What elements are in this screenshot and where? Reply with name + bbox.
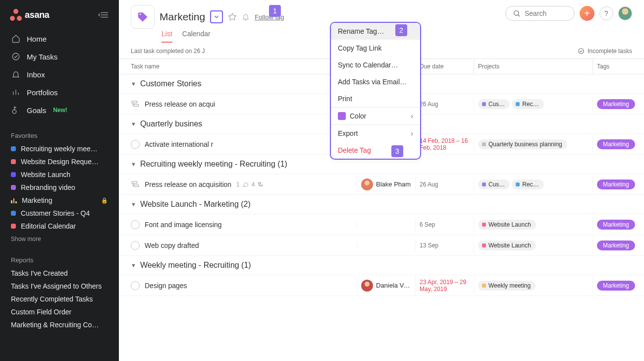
sidebar-favorite-item[interactable]: Recruiting weekly mee… [4,142,115,155]
menu-sync-calendar[interactable]: Sync to Calendar… [331,57,420,73]
project-color-dot [482,182,486,186]
task-name: Activate international r [145,140,214,148]
section-header[interactable]: ▼Website Launch - Marketing (2) [119,195,644,214]
project-pill[interactable]: Cus… [478,99,510,109]
tag-menu-button[interactable] [210,10,223,23]
show-more-link[interactable]: Show more [4,233,115,245]
chevron-right-icon: › [411,112,413,120]
task-row[interactable]: Web copy drafted13 SepWebsite LaunchMark… [119,235,644,256]
complete-checkbox[interactable] [131,140,140,149]
star-button[interactable] [228,12,237,21]
due-date: 6 Sep [415,218,474,231]
svg-rect-12 [132,101,137,103]
sidebar-nav-goals[interactable]: GoalsNew! [4,101,115,119]
report-label: Custom Field Order [11,308,108,316]
sidebar-favorite-item[interactable]: Marketing🔒 [4,194,115,207]
help-button[interactable]: ? [599,6,613,20]
svg-rect-17 [260,185,263,186]
sidebar-favorite-item[interactable]: Website Design Reque… [4,155,115,168]
project-label: Rec… [522,181,538,188]
project-pill[interactable]: Quarterly business planning [478,139,567,149]
task-name: Press release on acqui [145,100,215,108]
search-input[interactable] [525,9,564,17]
sidebar-nav-portfolios[interactable]: Portfolios [4,83,115,101]
sidebar-nav-inbox[interactable]: Inbox [4,65,115,83]
svg-point-3 [12,53,19,60]
tag-pill[interactable]: Marketing [597,220,635,230]
sidebar-favorite-item[interactable]: Rebranding video [4,181,115,194]
sidebar-nav-home[interactable]: Home [4,30,115,48]
tag-pill[interactable]: Marketing [597,281,635,291]
col-due[interactable]: Due date [415,59,474,74]
tag-pill[interactable]: Marketing [597,180,635,189]
add-button[interactable]: + [580,6,594,21]
complete-checkbox[interactable] [131,281,140,290]
section-title: Customer Stories [140,79,202,88]
complete-checkbox[interactable] [131,241,140,250]
menu-copy-tag-link[interactable]: Copy Tag Link [331,40,420,57]
sidebar-favorite-item[interactable]: Editorial Calendar [4,220,115,233]
tab-calendar[interactable]: Calendar [182,28,211,43]
project-pill[interactable]: Weekly meeting [478,281,536,291]
tag-pill[interactable]: Marketing [597,241,635,250]
page-title: Marketing [160,11,205,23]
svg-rect-13 [134,104,139,106]
project-label: Rec… [522,101,538,108]
asana-logo[interactable]: asana [10,9,50,21]
menu-export[interactable]: Export› [331,125,420,142]
task-row[interactable]: Font and image licensing6 SepWebsite Lau… [119,214,644,235]
project-pill[interactable]: Rec… [512,99,543,109]
assignee-avatar [361,280,373,292]
home-icon [11,34,21,44]
assignee-name: Daniela Var… [376,282,411,289]
check-circle-icon [578,48,585,55]
sidebar-report-item[interactable]: Recently Completed Tasks [4,293,115,305]
color-swatch-icon [338,112,346,120]
subtask-count: 4 [252,181,255,188]
caret-down-icon: ▼ [131,262,136,268]
project-pill[interactable]: Website Launch [478,241,536,250]
bell-icon [11,69,21,79]
sidebar-report-item[interactable]: Custom Field Order [4,305,115,318]
comment-count: 1 [236,181,240,188]
sidebar: asana HomeMy TasksInboxPortfoliosGoalsNe… [0,0,119,361]
sidebar-report-item[interactable]: Marketing & Recruiting Co… [4,318,115,331]
menu-print[interactable]: Print [331,90,420,107]
sidebar-favorite-item[interactable]: Website Launch [4,168,115,181]
sidebar-favorite-item[interactable]: Customer Stories - Q4 [4,207,115,220]
project-pill[interactable]: Website Launch [478,220,536,230]
col-projects[interactable]: Projects [474,59,592,74]
svg-point-9 [514,11,519,15]
section-header[interactable]: ▼Weekly meeting - Recruiting (1) [119,256,644,275]
svg-marker-8 [229,13,236,20]
tab-list[interactable]: List [161,28,172,43]
filter-label: Incomplete tasks [588,48,632,55]
search-box[interactable] [505,6,575,21]
project-pill[interactable]: Cus… [478,180,510,189]
project-color-dot [11,172,16,177]
subtask-icon [131,100,140,109]
tag-pill[interactable]: Marketing [597,99,635,109]
sidebar-report-item[interactable]: Tasks I've Assigned to Others [4,280,115,293]
sidebar-nav-my-tasks[interactable]: My Tasks [4,48,115,65]
complete-checkbox[interactable] [131,220,140,229]
col-tags[interactable]: Tags [592,59,644,74]
task-row[interactable]: Press release on acquisition14Blake Pham… [119,174,644,195]
project-pill[interactable]: Rec… [512,180,543,189]
menu-delete-tag[interactable]: Delete Tag [331,142,420,159]
collapse-sidebar-button[interactable] [98,10,109,19]
filter-incomplete[interactable]: Incomplete tasks [578,48,632,55]
col-task-name[interactable]: Task name [119,59,357,74]
sidebar-report-item[interactable]: Tasks I've Created [4,267,115,280]
project-color-dot [482,142,486,146]
svg-point-11 [579,49,584,54]
task-row[interactable]: Design pagesDaniela Var…23 Apr, 2019 – 2… [119,275,644,296]
svg-line-10 [518,15,520,16]
task-name: Web copy drafted [145,241,199,249]
menu-color[interactable]: Color› [331,108,420,124]
menu-add-tasks-email[interactable]: Add Tasks via Email… [331,73,420,90]
favorite-label: Rebranding video [21,183,108,191]
tag-pill[interactable]: Marketing [597,139,635,149]
user-avatar[interactable] [618,6,632,20]
favorite-label: Website Launch [21,171,108,179]
